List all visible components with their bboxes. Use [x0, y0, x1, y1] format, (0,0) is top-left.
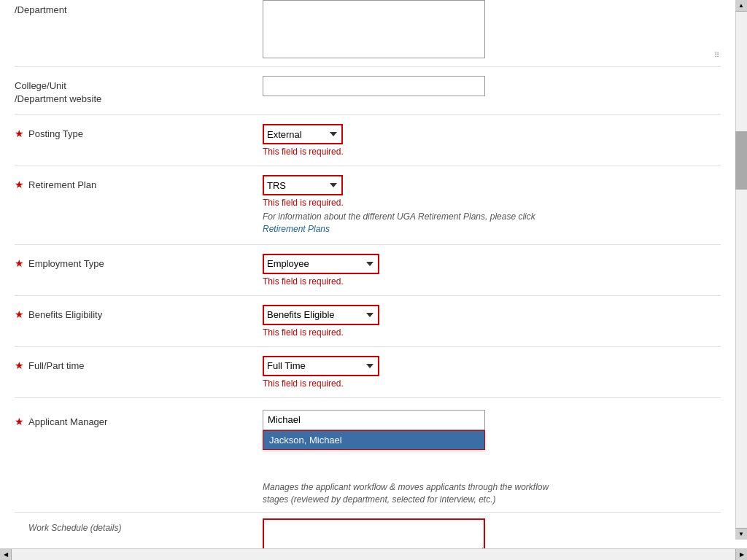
department-row: /Department ⠿	[0, 0, 735, 66]
full-part-time-label: Full/Part time	[28, 359, 85, 373]
posting-type-label: Posting Type	[28, 128, 83, 141]
full-part-time-select[interactable]: Full Time Part Time	[263, 356, 379, 376]
applicant-manager-info: Manages the applicant workflow & moves a…	[263, 481, 554, 506]
full-part-time-label-col: ★ Full/Part time	[15, 356, 263, 373]
benefits-required: ★	[15, 308, 24, 321]
full-part-required: ★	[15, 359, 24, 372]
employment-type-label: Employment Type	[28, 257, 104, 271]
department-textarea[interactable]	[263, 0, 485, 58]
scroll-down-button[interactable]: ▼	[735, 528, 747, 540]
benefits-eligibility-label-col: ★ Benefits Eligibility	[15, 305, 263, 322]
work-schedule-label-col: ★ Work Schedule (details)	[15, 518, 263, 534]
right-scrollbar[interactable]: ▲ ▼	[735, 0, 747, 540]
applicant-manager-input[interactable]	[263, 410, 485, 430]
retirement-plan-label: Retirement Plan	[28, 179, 96, 192]
posting-type-error: This field is required.	[263, 147, 721, 157]
scroll-right-button[interactable]: ▶	[735, 549, 747, 561]
autocomplete-dropdown: Jackson, Michael	[263, 430, 485, 450]
employment-type-select[interactable]: Employee Contractor Temporary	[263, 254, 379, 274]
full-part-time-error: This field is required.	[263, 378, 721, 389]
scroll-thumb[interactable]	[735, 131, 747, 190]
main-content: /Department ⠿ College/Unit/Department we…	[0, 0, 747, 560]
employment-type-label-col: ★ Employment Type	[15, 254, 263, 271]
employment-type-error: This field is required.	[263, 276, 721, 287]
bottom-scrollbar[interactable]: ◀ ▶	[0, 548, 747, 560]
college-unit-label: College/Unit/Department website	[15, 79, 101, 106]
department-input-col: ⠿	[263, 0, 721, 61]
retirement-plan-input-col: TRS ORP GSRA This field is required. For…	[263, 175, 721, 236]
posting-type-row: ★ Posting Type External Internal Both Th…	[0, 115, 735, 166]
college-unit-input-col	[263, 76, 721, 96]
form-container: /Department ⠿ College/Unit/Department we…	[0, 0, 735, 560]
benefits-eligibility-row: ★ Benefits Eligibility Benefits Eligible…	[0, 296, 735, 346]
retirement-info: For information about the different UGA …	[263, 211, 554, 236]
scroll-up-button[interactable]: ▲	[735, 0, 747, 12]
college-unit-row: College/Unit/Department website	[0, 67, 735, 114]
retirement-plan-label-col: ★ Retirement Plan	[15, 175, 263, 192]
applicant-manager-required: ★	[15, 416, 24, 428]
applicant-manager-row: ★ Applicant Manager Jackson, Michael Man…	[0, 398, 735, 512]
college-unit-input[interactable]	[263, 76, 485, 96]
employment-type-row: ★ Employment Type Employee Contractor Te…	[0, 245, 735, 295]
retirement-required: ★	[15, 179, 24, 191]
resize-handle[interactable]: ⠿	[714, 51, 719, 59]
department-label-col: /Department	[15, 0, 263, 17]
benefits-eligibility-input-col: Benefits Eligible Not Eligible This fiel…	[263, 305, 721, 338]
scroll-left-button[interactable]: ◀	[0, 549, 12, 561]
applicant-manager-label-col: ★ Applicant Manager	[15, 410, 263, 429]
employment-type-input-col: Employee Contractor Temporary This field…	[263, 254, 721, 287]
page-wrapper: /Department ⠿ College/Unit/Department we…	[0, 0, 747, 560]
employment-required: ★	[15, 257, 24, 270]
benefits-eligibility-error: This field is required.	[263, 327, 721, 338]
posting-type-required: ★	[15, 128, 24, 140]
benefits-eligibility-select[interactable]: Benefits Eligible Not Eligible	[263, 305, 379, 325]
applicant-manager-label: Applicant Manager	[28, 416, 107, 429]
retirement-plans-link[interactable]: Retirement Plans	[263, 224, 330, 234]
department-label: /Department	[15, 4, 67, 17]
full-part-time-input-col: Full Time Part Time This field is requir…	[263, 356, 721, 389]
posting-type-select[interactable]: External Internal Both	[263, 124, 343, 144]
work-schedule-label: Work Schedule (details)	[28, 522, 121, 534]
autocomplete-wrapper: Jackson, Michael	[263, 410, 485, 430]
autocomplete-item-jackson[interactable]: Jackson, Michael	[263, 431, 484, 449]
posting-type-input-col: External Internal Both This field is req…	[263, 124, 721, 157]
retirement-plan-error: This field is required.	[263, 198, 721, 208]
applicant-manager-input-col: Jackson, Michael Manages the applicant w…	[263, 410, 721, 506]
benefits-eligibility-label: Benefits Eligibility	[28, 308, 102, 322]
retirement-plan-row: ★ Retirement Plan TRS ORP GSRA This fiel…	[0, 166, 735, 244]
full-part-time-row: ★ Full/Part time Full Time Part Time Thi…	[0, 347, 735, 397]
posting-type-label-col: ★ Posting Type	[15, 124, 263, 141]
retirement-plan-select[interactable]: TRS ORP GSRA	[263, 175, 343, 195]
college-unit-label-col: College/Unit/Department website	[15, 76, 263, 106]
